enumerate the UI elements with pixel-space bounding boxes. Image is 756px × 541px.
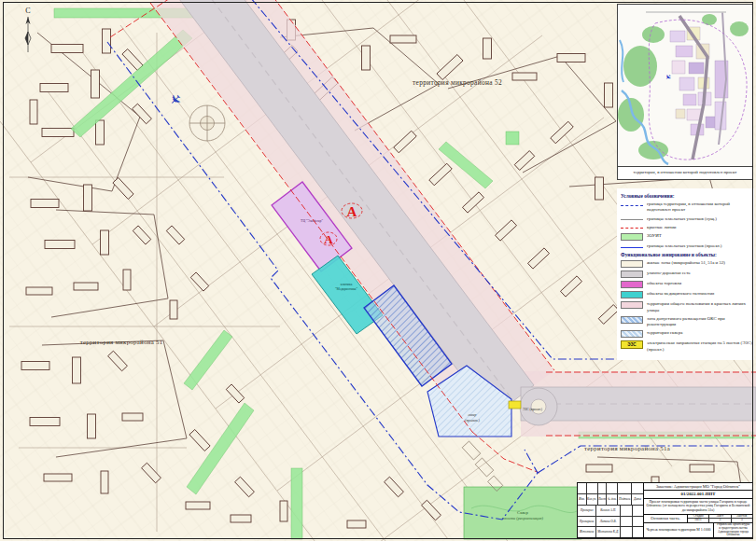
- park-label-line2: юности (реорганизация): [502, 516, 543, 520]
- legend-zoning-title: Функциональное зонирование и объекты:: [621, 252, 752, 257]
- legend-item: территория сквера: [621, 330, 752, 338]
- legend-swatch: [621, 270, 643, 278]
- signature-cell: [621, 517, 632, 527]
- legend-swatch: [621, 291, 643, 298]
- signature-row: ИсполнилаМолчанова К.Д.: [578, 527, 643, 537]
- signature-cell: Лапина О.В.: [596, 517, 621, 527]
- revision-header-cell: Дата: [632, 494, 643, 505]
- legend-swatch: ЭЗС: [621, 340, 643, 349]
- drawing-name-cell: Чертеж планировки территории М 1:1000: [644, 523, 714, 537]
- signature-row: ПроверилаЛапина О.В.: [578, 517, 643, 528]
- stage-value: ППТ: [688, 519, 709, 522]
- revision-header-cell: Лист: [598, 494, 608, 505]
- signature-cell: [633, 527, 643, 537]
- legend-swatch: [621, 205, 643, 206]
- legend-item: объекты медицинского назначения: [621, 291, 752, 298]
- section-marker-a2: А: [324, 232, 333, 246]
- situation-inset-map: ✈ территория, в отношении которой подгот…: [617, 4, 753, 180]
- clinic-label-line1: клиника: [341, 283, 353, 286]
- legend-item-label: ЗОУИТ: [647, 233, 662, 239]
- title-block: Изм.Кол.уч.Лист№ док.ПодписьДата Провери…: [577, 482, 753, 538]
- legend-item: ЭЗСэлектрическая заправочная станция на …: [621, 340, 752, 353]
- mall-label: ТЦ "Экобазар": [301, 219, 323, 223]
- legend-item-label: электрическая заправочная станция на 5 п…: [647, 340, 752, 353]
- signature-cell: [621, 506, 632, 516]
- legend-swatch: [621, 260, 643, 268]
- legend-item: красные линии: [621, 225, 752, 230]
- revision-empty-row: [578, 483, 643, 494]
- revision-header-cell: Изм.: [578, 494, 587, 505]
- signature-rows: ПроверилКозлов А.П.ПроверилаЛапина О.В.И…: [578, 506, 643, 537]
- revision-header-row: Изм.Кол.уч.Лист№ док.ПодписьДата: [578, 494, 643, 506]
- legend-item-label: территории общего пользования в красных …: [647, 301, 752, 313]
- revision-header-cell: Кол.уч.: [587, 494, 598, 505]
- legend-item-label: территория сквера: [647, 330, 682, 336]
- legend-item-label: зона допустимого размещения ОКС при реко…: [647, 316, 752, 328]
- part-cell: Основная часть.: [644, 515, 688, 522]
- customer-cell: Заказчик: Администрация МО "Город Обнинс…: [644, 483, 752, 491]
- legend-item-label: границы земельных участков (проект.): [647, 243, 721, 249]
- signature-cell: [633, 506, 643, 516]
- signature-cell: Исполнила: [578, 527, 596, 537]
- legend-item-label: красные линии: [647, 225, 676, 230]
- legend-swatch: [621, 247, 643, 248]
- inset-map-drawing: ✈: [618, 5, 752, 167]
- legend-zoning-list: жилые зоны (микрорайоны 51, 51а и 52)ули…: [621, 260, 752, 353]
- signature-cell: Козлов А.П.: [596, 506, 621, 516]
- signature-cell: Проверил: [578, 506, 596, 516]
- signature-cell: [633, 517, 643, 527]
- legend-item-label: улично-дорожная сеть: [647, 270, 691, 276]
- legend-item: границы земельных участков (сущ.): [621, 216, 752, 222]
- legend-item: улично-дорожная сеть: [621, 270, 752, 278]
- stage-table: Стадия Лист Листов ППТ 3 5: [688, 515, 752, 522]
- legend-item-label: жилые зоны (микрорайоны 51, 51а и 52): [647, 260, 725, 266]
- legend-item: объекты торговли: [621, 281, 752, 288]
- legend-swatch: [621, 330, 643, 338]
- title-block-main: Заказчик: Администрация МО "Город Обнинс…: [644, 483, 752, 537]
- legend-swatch: [621, 316, 643, 324]
- organization-cell: Управление архитектуры и градостроительс…: [714, 523, 752, 537]
- legend-item: зона допустимого размещения ОКС при реко…: [621, 316, 752, 328]
- district-51a-label: территория микрорайона 51а: [584, 445, 670, 451]
- legend-item-label: объекты торговли: [647, 281, 681, 286]
- skver-project-label-line1: сквер: [469, 413, 477, 417]
- legend-item: жилые зоны (микрорайоны 51, 51а и 52): [621, 260, 752, 268]
- legend-item-label: граница территории, в отношении которой …: [647, 201, 752, 214]
- clinic-label-line2: "Медкрионика": [335, 287, 357, 291]
- inset-caption: территория, в отношении которой подготов…: [618, 166, 752, 179]
- legend-item: границы земельных участков (проект.): [621, 243, 752, 249]
- legend-swatch: [621, 301, 643, 309]
- district-51-label: территория микрорайона 51: [80, 339, 163, 345]
- legend-item: граница территории, в отношении которой …: [621, 201, 752, 214]
- document-number-cell: 01/2022-001-ППТ: [644, 491, 752, 499]
- legend-symbols-title: Условные обозначения:: [621, 193, 752, 199]
- signature-cell: Проверила: [578, 517, 596, 527]
- legend-item: территории общего пользования в красных …: [621, 301, 752, 313]
- plan-sheet: Сквер юности (реорганизация) ТЦ "Экобаза…: [0, 0, 756, 541]
- revision-header-cell: № док.: [607, 494, 618, 505]
- legend-swatch: [621, 281, 643, 288]
- legend-symbols-list: граница территории, в отношении которой …: [621, 201, 752, 249]
- legend-swatch: [621, 233, 643, 241]
- legend-item: ЗОУИТ: [621, 233, 752, 241]
- project-title-cell: Проект планировки территории части улицы…: [644, 499, 752, 515]
- skver-project-label-line2: (проект.): [465, 419, 480, 423]
- legend-swatch: [621, 228, 643, 229]
- title-block-revision-table: Изм.Кол.уч.Лист№ док.ПодписьДата Провери…: [578, 483, 644, 537]
- ezs-label: ЭЗС (проект.): [523, 408, 543, 411]
- signature-cell: [621, 527, 632, 537]
- legend-item-label: границы земельных участков (сущ.): [647, 216, 717, 222]
- signature-cell: Молчанова К.Д.: [596, 527, 621, 537]
- revision-header-cell: Подпись: [618, 494, 632, 505]
- round-plaza: [189, 105, 225, 141]
- legend-panel: Условные обозначения: граница территории…: [617, 188, 754, 360]
- compass-north-letter: С: [25, 7, 30, 15]
- signature-row: ПроверилКозлов А.П.: [578, 506, 643, 517]
- district-52-label: территория микрорайона 52: [413, 78, 502, 87]
- park-area: Сквер юности (реорганизация): [464, 487, 581, 539]
- section-marker-a1: А: [347, 204, 357, 219]
- legend-swatch: [621, 219, 643, 220]
- legend-item-label: объекты медицинского назначения: [647, 291, 714, 297]
- park-label-line1: Сквер: [517, 510, 528, 515]
